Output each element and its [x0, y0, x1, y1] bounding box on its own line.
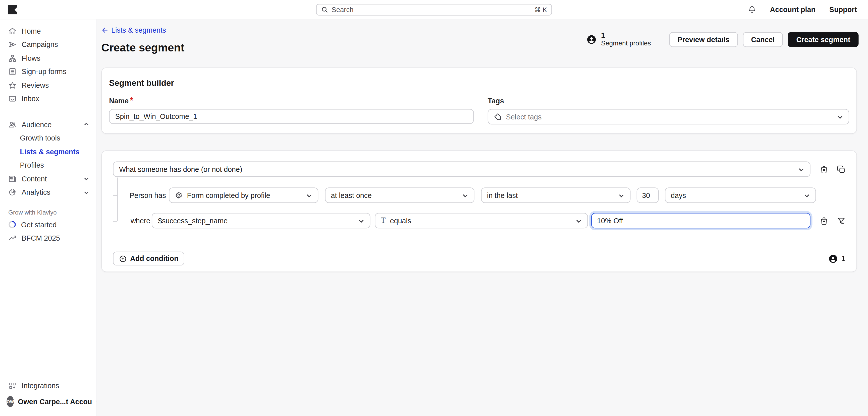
- main-content: Lists & segments Create segment 1 Segmen…: [97, 19, 868, 416]
- condition-definition-row: What someone has done (or not done): [113, 162, 845, 177]
- sidebar-item-campaigns[interactable]: Campaigns: [0, 38, 96, 51]
- sidebar-bottom: Integrations OW Owen Carpe...t Accou: [0, 379, 96, 411]
- breadcrumb[interactable]: Lists & segments: [101, 26, 166, 34]
- where-label: where: [131, 216, 150, 225]
- sidebar: Home Campaigns Flows Sign-up forms Revie…: [0, 19, 96, 416]
- app-window: ⌘ K Account plan Support Home Campaigns …: [0, 0, 868, 416]
- tags-label: Tags: [488, 97, 504, 105]
- condition-definition-select[interactable]: What someone has done (or not done): [113, 162, 810, 177]
- condition-profile-count: 1: [829, 254, 845, 263]
- text-type-icon: T: [381, 217, 385, 224]
- account-name: Owen Carpe...t Accou: [18, 397, 92, 406]
- add-condition-button[interactable]: Add condition: [113, 252, 185, 266]
- segment-name-input[interactable]: [109, 109, 474, 124]
- property-value-input[interactable]: [591, 213, 810, 229]
- account-menu[interactable]: OW Owen Carpe...t Accou: [0, 393, 96, 411]
- sidebar-label: Integrations: [22, 382, 59, 390]
- sidebar-item-get-started[interactable]: Get started: [0, 218, 96, 231]
- back-arrow-icon: [101, 27, 108, 34]
- support-link[interactable]: Support: [829, 5, 857, 14]
- duplicate-condition-icon[interactable]: [837, 165, 845, 173]
- timeframe-unit-select[interactable]: days: [665, 187, 816, 203]
- star-icon: [8, 81, 17, 89]
- delete-filter-icon[interactable]: [820, 216, 828, 225]
- sidebar-item-audience[interactable]: Audience: [0, 118, 96, 131]
- name-field-group: Name*: [109, 96, 474, 125]
- operator-select[interactable]: T equals: [375, 213, 588, 229]
- chevron-up-icon: [84, 122, 89, 127]
- condition-count-value: 1: [841, 254, 845, 263]
- chevron-down-icon: [576, 217, 582, 223]
- chevron-down-icon: [798, 166, 804, 172]
- sidebar-label: Analytics: [22, 188, 51, 197]
- sidebar-item-signup-forms[interactable]: Sign-up forms: [0, 65, 96, 78]
- sidebar-label: Inbox: [22, 95, 39, 103]
- operator-value: equals: [390, 216, 411, 225]
- condition-behavior-row: Person has Form completed by profile at …: [113, 187, 845, 203]
- sidebar-label: Growth tools: [20, 134, 60, 142]
- sidebar-item-home[interactable]: Home: [0, 24, 96, 38]
- create-segment-button[interactable]: Create segment: [788, 32, 859, 47]
- person-circle-icon: [587, 35, 596, 44]
- sidebar-item-inbox[interactable]: Inbox: [0, 92, 96, 106]
- tree-connector-tick: [113, 195, 117, 196]
- sidebar-item-analytics[interactable]: Analytics: [0, 185, 96, 199]
- tags-select[interactable]: Select tags: [488, 109, 849, 125]
- sidebar-item-reviews[interactable]: Reviews: [0, 78, 96, 92]
- notifications-bell-icon[interactable]: [748, 5, 756, 14]
- tags-field-group: Tags Select tags: [488, 96, 849, 125]
- sidebar-label: Reviews: [22, 81, 49, 89]
- timeframe-number-input[interactable]: [637, 187, 658, 203]
- sidebar-label: Content: [22, 175, 47, 183]
- topbar-right: Account plan Support: [748, 0, 857, 19]
- avatar: OW: [6, 396, 14, 407]
- add-filter-icon[interactable]: [837, 216, 845, 225]
- chevron-down-icon: [306, 192, 312, 198]
- sidebar-item-integrations[interactable]: Integrations: [0, 379, 96, 393]
- delete-condition-icon[interactable]: [820, 165, 828, 173]
- send-icon: [8, 40, 17, 49]
- klaviyo-logo-icon[interactable]: [8, 5, 17, 14]
- global-search[interactable]: ⌘ K: [316, 4, 552, 15]
- sidebar-label: Profiles: [20, 161, 44, 169]
- tag-icon: [494, 113, 502, 121]
- sidebar-item-flows[interactable]: Flows: [0, 51, 96, 65]
- condition-footer: Add condition 1: [109, 247, 849, 272]
- preview-details-button[interactable]: Preview details: [669, 32, 738, 47]
- frequency-select[interactable]: at least once: [325, 187, 474, 203]
- audience-icon: [8, 120, 17, 129]
- flow-icon: [8, 54, 17, 62]
- cancel-button[interactable]: Cancel: [743, 32, 783, 47]
- top-bar: ⌘ K Account plan Support: [0, 0, 868, 19]
- sidebar-item-bfcm[interactable]: BFCM 2025: [0, 231, 96, 245]
- chevron-down-icon: [804, 192, 810, 198]
- chevron-down-icon: [358, 217, 364, 223]
- property-select[interactable]: $success_step_name: [152, 213, 370, 229]
- timeframe-select[interactable]: in the last: [481, 187, 630, 203]
- sidebar-label: Lists & segments: [20, 147, 80, 156]
- segment-builder-title: Segment builder: [109, 78, 849, 87]
- gear-icon: [175, 192, 183, 199]
- tree-connector-vertical: [117, 178, 118, 221]
- chevron-down-icon: [618, 192, 624, 198]
- sidebar-label: Flows: [22, 54, 40, 62]
- timeframe-unit-value: days: [671, 191, 686, 200]
- search-input[interactable]: [332, 6, 531, 13]
- condition-card: What someone has done (or not done) Pers…: [101, 150, 857, 272]
- sidebar-item-lists-segments[interactable]: Lists & segments: [0, 145, 96, 158]
- inbox-icon: [8, 95, 17, 103]
- sidebar-item-profiles[interactable]: Profiles: [0, 158, 96, 172]
- chevron-down-icon: [462, 192, 468, 198]
- metric-select[interactable]: Form completed by profile: [169, 187, 318, 203]
- sidebar-label: Home: [22, 27, 41, 35]
- content-icon: [8, 175, 17, 183]
- sidebar-item-content[interactable]: Content: [0, 172, 96, 185]
- header-actions: 1 Segment profiles Preview details Cance…: [587, 32, 859, 47]
- property-value: $success_step_name: [158, 216, 227, 225]
- profiles-count: 1: [601, 32, 651, 40]
- account-plan-link[interactable]: Account plan: [770, 5, 815, 14]
- segment-builder-card: Segment builder Name* Tags Select tags: [101, 68, 857, 134]
- sidebar-item-growth-tools[interactable]: Growth tools: [0, 131, 96, 145]
- progress-circle-icon: [8, 221, 16, 229]
- person-has-label: Person has: [130, 191, 166, 200]
